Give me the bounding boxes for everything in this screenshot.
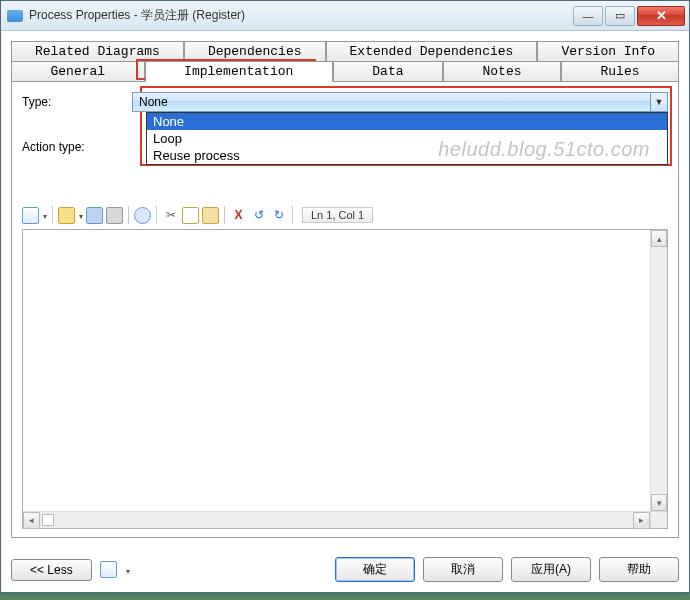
new-icon[interactable] xyxy=(22,207,39,224)
delete-icon[interactable]: X xyxy=(230,207,247,224)
separator-icon xyxy=(128,206,129,224)
tab-dependencies[interactable]: Dependencies xyxy=(184,41,326,61)
copy-icon[interactable] xyxy=(182,207,199,224)
footer-menu-dropdown-icon[interactable] xyxy=(125,563,130,577)
type-combobox-value: None xyxy=(139,95,168,109)
app-icon xyxy=(7,10,23,22)
less-button[interactable]: << Less xyxy=(11,559,92,581)
vertical-scrollbar[interactable]: ▴ ▾ xyxy=(650,230,667,511)
scroll-corner xyxy=(650,511,667,528)
tab-rules[interactable]: Rules xyxy=(561,61,679,82)
cancel-button[interactable]: 取消 xyxy=(423,557,503,582)
action-type-label: Action type: xyxy=(22,140,132,154)
cut-icon[interactable]: ✂ xyxy=(162,207,179,224)
tab-related-diagrams[interactable]: Related Diagrams xyxy=(11,41,184,61)
tab-data[interactable]: Data xyxy=(333,61,443,82)
save-icon[interactable] xyxy=(86,207,103,224)
close-button[interactable]: ✕ xyxy=(637,6,685,26)
scroll-up-icon[interactable]: ▴ xyxy=(651,230,667,247)
separator-icon xyxy=(224,206,225,224)
window-frame: Process Properties - 学员注册 (Register) — ▭… xyxy=(0,0,690,593)
help-button[interactable]: 帮助 xyxy=(599,557,679,582)
new-dropdown-icon[interactable] xyxy=(42,208,47,222)
cursor-position: Ln 1, Col 1 xyxy=(302,207,373,223)
redo-icon[interactable]: ↻ xyxy=(270,207,287,224)
type-option-none[interactable]: None xyxy=(147,113,667,130)
type-combobox[interactable]: None ▼ xyxy=(132,92,668,112)
separator-icon xyxy=(52,206,53,224)
scroll-left-icon[interactable]: ◂ xyxy=(23,512,40,529)
tab-extended-dependencies[interactable]: Extended Dependencies xyxy=(326,41,538,61)
window-title: Process Properties - 学员注册 (Register) xyxy=(29,7,571,24)
open-dropdown-icon[interactable] xyxy=(78,208,83,222)
type-label: Type: xyxy=(22,95,132,109)
chevron-down-icon[interactable]: ▼ xyxy=(650,93,667,111)
minimize-button[interactable]: — xyxy=(573,6,603,26)
tab-implementation[interactable]: Implementation xyxy=(145,61,333,82)
type-option-loop[interactable]: Loop xyxy=(147,130,667,147)
apply-button[interactable]: 应用(A) xyxy=(511,557,591,582)
paste-icon[interactable] xyxy=(202,207,219,224)
tab-version-info[interactable]: Version Info xyxy=(537,41,679,61)
scroll-right-icon[interactable]: ▸ xyxy=(633,512,650,529)
tab-notes[interactable]: Notes xyxy=(443,61,561,82)
find-icon[interactable] xyxy=(134,207,151,224)
separator-icon xyxy=(156,206,157,224)
maximize-button[interactable]: ▭ xyxy=(605,6,635,26)
footer-menu-icon[interactable] xyxy=(100,561,117,578)
tab-panel: Type: None ▼ None Loop Reuse process Act… xyxy=(11,81,679,538)
tab-general[interactable]: General xyxy=(11,61,145,82)
ok-button[interactable]: 确定 xyxy=(335,557,415,582)
title-bar[interactable]: Process Properties - 学员注册 (Register) — ▭… xyxy=(1,1,689,31)
horizontal-scrollbar[interactable]: ◂ ▸ xyxy=(23,511,650,528)
separator-icon xyxy=(292,206,293,224)
selection-margin-icon[interactable] xyxy=(42,514,54,526)
type-option-reuse-process[interactable]: Reuse process xyxy=(147,147,667,164)
scroll-down-icon[interactable]: ▾ xyxy=(651,494,667,511)
open-icon[interactable] xyxy=(58,207,75,224)
editor-toolbar: ✂ X ↺ ↻ Ln 1, Col 1 xyxy=(22,204,668,226)
type-dropdown-list[interactable]: None Loop Reuse process xyxy=(146,112,668,165)
print-icon[interactable] xyxy=(106,207,123,224)
code-editor[interactable]: ▴ ▾ ◂ ▸ xyxy=(22,229,668,529)
undo-icon[interactable]: ↺ xyxy=(250,207,267,224)
